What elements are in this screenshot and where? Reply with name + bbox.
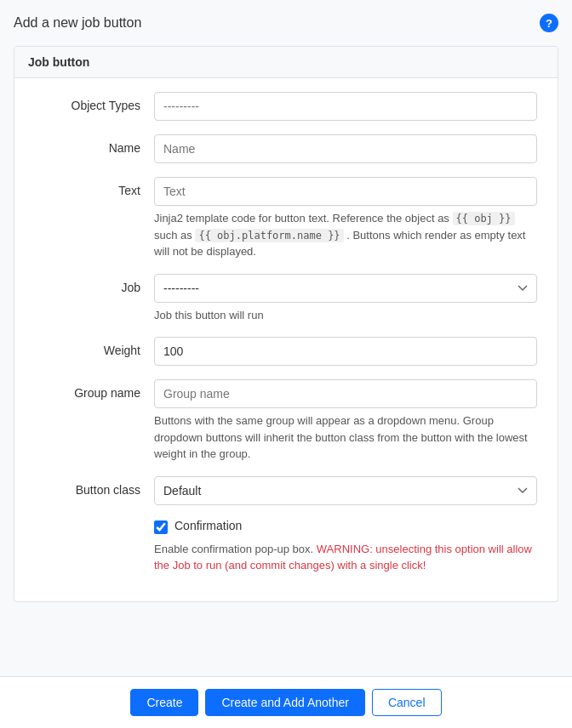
- confirmation-checkbox-row: Confirmation: [154, 519, 537, 534]
- job-button-card: Job button Object Types --------- Name T…: [14, 46, 558, 602]
- object-types-row: Object Types ---------: [35, 92, 537, 121]
- page-header: Add a new job button ?: [14, 14, 558, 32]
- card-header: Job button: [14, 47, 558, 78]
- weight-row: Weight: [35, 337, 537, 366]
- confirmation-checkbox-label: Confirmation: [174, 519, 242, 532]
- confirmation-help-prefix: Enable confirmation pop-up box.: [154, 543, 317, 555]
- job-help: Job this button will run: [154, 307, 537, 324]
- name-field: [154, 134, 537, 163]
- text-help-prefix: Jinja2 template code for button text. Re…: [154, 212, 453, 225]
- button-class-row: Button class Default: [35, 476, 537, 505]
- cancel-button[interactable]: Cancel: [372, 689, 442, 716]
- confirmation-checkbox[interactable]: [154, 520, 168, 534]
- text-row: Text Jinja2 template code for button tex…: [35, 177, 537, 260]
- job-row: Job --------- Job this button will run: [35, 274, 537, 324]
- text-code1: {{ obj }}: [453, 212, 515, 225]
- job-label: Job: [35, 274, 154, 294]
- create-and-add-button[interactable]: Create and Add Another: [205, 689, 364, 716]
- object-types-label: Object Types: [35, 92, 154, 112]
- name-input[interactable]: [154, 134, 537, 163]
- page-title: Add a new job button: [14, 15, 141, 31]
- text-code2: {{ obj.platform.name }}: [195, 229, 343, 242]
- text-field: Jinja2 template code for button text. Re…: [154, 177, 537, 260]
- card-body: Object Types --------- Name Text Jinja2 …: [14, 78, 558, 601]
- text-label: Text: [35, 177, 154, 197]
- confirmation-field: Confirmation Enable confirmation pop-up …: [154, 519, 537, 574]
- group-name-row: Group name Buttons with the same group w…: [35, 379, 537, 463]
- group-name-help: Buttons with the same group will appear …: [154, 412, 537, 463]
- name-label: Name: [35, 134, 154, 155]
- button-class-label: Button class: [35, 476, 154, 497]
- button-class-select[interactable]: Default: [154, 476, 537, 505]
- name-row: Name: [35, 134, 537, 163]
- group-name-field: Buttons with the same group will appear …: [154, 379, 537, 463]
- group-name-label: Group name: [35, 379, 154, 400]
- job-field: --------- Job this button will run: [154, 274, 537, 324]
- object-types-field: ---------: [154, 92, 537, 121]
- weight-field: [154, 337, 537, 366]
- weight-input[interactable]: [154, 337, 537, 366]
- object-types-input[interactable]: ---------: [154, 92, 537, 121]
- create-button[interactable]: Create: [130, 689, 198, 716]
- confirmation-row: Confirmation Enable confirmation pop-up …: [35, 519, 537, 574]
- button-class-field: Default: [154, 476, 537, 505]
- footer-buttons: Create Create and Add Another Cancel: [0, 676, 572, 728]
- confirmation-help: Enable confirmation pop-up box. WARNING:…: [154, 541, 537, 574]
- job-select[interactable]: ---------: [154, 274, 537, 303]
- group-name-input[interactable]: [154, 379, 537, 408]
- text-help-middle: such as: [154, 229, 195, 242]
- text-input[interactable]: [154, 177, 537, 206]
- weight-label: Weight: [35, 337, 154, 357]
- text-help: Jinja2 template code for button text. Re…: [154, 210, 537, 260]
- help-icon[interactable]: ?: [540, 14, 558, 32]
